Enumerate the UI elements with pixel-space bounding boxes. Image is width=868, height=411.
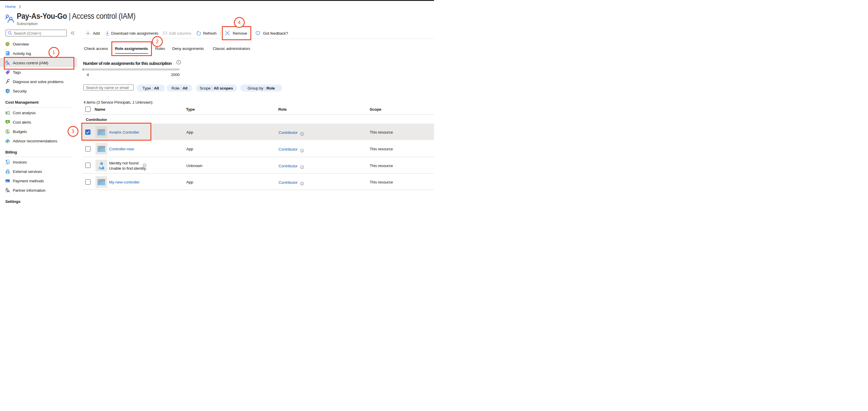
- svg-text:$: $: [7, 130, 8, 133]
- svg-text:$: $: [7, 43, 8, 45]
- svg-text:$: $: [7, 121, 8, 123]
- svg-text:$: $: [5, 111, 8, 115]
